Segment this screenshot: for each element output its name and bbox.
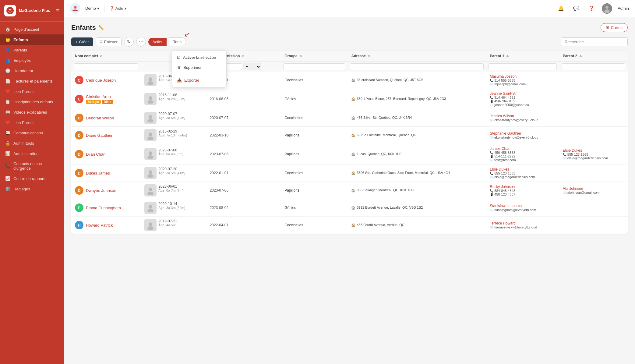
filter-admission-select[interactable]: ▾ xyxy=(243,63,261,70)
sidebar-item-administration[interactable]: 📊 Administration xyxy=(0,148,64,159)
enlever-button[interactable]: ▽ Enlever xyxy=(96,37,122,46)
search-input[interactable] xyxy=(561,37,628,46)
parent1-name[interactable]: Elsie Dukes xyxy=(490,167,556,171)
svg-point-9 xyxy=(147,100,153,104)
child-name-link[interactable]: Cedrique Joseph xyxy=(86,78,116,83)
phone-icon: 📞 xyxy=(563,153,566,156)
filter-parent2[interactable] xyxy=(562,63,625,70)
sidebar-item-communications[interactable]: 💬 Communications xyxy=(0,128,64,138)
sort-icon[interactable]: ⊕ xyxy=(579,55,582,58)
svg-point-16 xyxy=(149,170,152,174)
parent2-name[interactable]: Elsie Dukes xyxy=(563,148,624,153)
child-dob-cell: 2020-07-20 Âge: 3a 5m (41m) xyxy=(141,164,206,182)
edit-icon[interactable]: ✏️ xyxy=(98,25,104,30)
child-name-link[interactable]: Emma Cunningham xyxy=(86,206,121,210)
sidebar-item-rapports[interactable]: 📈 Centre de rapports xyxy=(0,173,64,184)
group-cell: Papillons xyxy=(281,144,347,164)
sort-icon[interactable]: ⊕ xyxy=(242,55,244,58)
sidebar-item-inscription[interactable]: 📋 Inscription des enfants xyxy=(0,97,64,107)
child-name-link[interactable]: Diane Gauthier xyxy=(86,133,112,138)
dropdown-exporter[interactable]: 📤 Exporter xyxy=(172,75,226,85)
enfants-icon: 👶 xyxy=(5,37,10,42)
notification-button[interactable]: 🔔 xyxy=(556,4,566,13)
sidebar-item-label: Administration xyxy=(13,151,38,156)
sort-icon[interactable]: ⊕ xyxy=(100,55,102,58)
dob-value: 2016-11-06 xyxy=(158,93,185,97)
sort-icon[interactable]: ⊕ xyxy=(368,55,370,58)
parent1-name[interactable]: James Chan xyxy=(490,147,556,151)
address-cell: 🏠 3991 Burdett Avenue, Lasalle, QC, V8G … xyxy=(347,199,486,217)
sort-icon[interactable]: ⊕ xyxy=(299,55,302,58)
child-name-link[interactable]: Dukes James xyxy=(86,171,110,175)
sidebar-item-contacts[interactable]: 📞 Contacts en cas d'urgence xyxy=(0,159,64,173)
actifs-button[interactable]: Actifs xyxy=(148,38,167,46)
parent1-cell: Rocky Johnson 📞884-848-4848 📱450-123-456… xyxy=(486,182,559,199)
filter-adresse[interactable] xyxy=(350,63,484,70)
sidebar-item-parents[interactable]: 👤 Parents xyxy=(0,45,64,55)
message-button[interactable]: 💬 xyxy=(571,4,581,13)
parent1-name[interactable]: Jessica Wilson xyxy=(490,114,556,118)
topbar-aide-button[interactable]: ❓ Aide ▾ xyxy=(109,6,127,11)
inscription-icon: 📋 xyxy=(5,99,10,104)
email-icon: ✉️ xyxy=(490,83,493,86)
dropdown-activer[interactable]: ☑ Activer la sélection xyxy=(172,52,226,62)
avatar-circle: D xyxy=(75,114,83,122)
admission-cell: 2023-08-04 xyxy=(206,199,281,217)
menu-icon[interactable]: ☰ xyxy=(56,9,60,13)
filter-groupe[interactable] xyxy=(283,63,345,70)
child-name-link[interactable]: Dwayne Johnson xyxy=(86,188,116,193)
child-name-link[interactable]: Christian Aron xyxy=(86,94,113,99)
create-button[interactable]: + Créer xyxy=(71,37,93,46)
email-icon: ✉️ xyxy=(490,175,493,179)
more-options-button[interactable]: ⋯ xyxy=(136,37,146,47)
group-cell: Génies xyxy=(281,199,347,217)
parent1-name[interactable]: Terréce Howard xyxy=(490,221,556,225)
dropdown-supprimer[interactable]: 🗑 Supprimer xyxy=(172,62,226,72)
parent1-name[interactable]: Jeanne Saint-Sir xyxy=(490,91,556,96)
sidebar-item-label: Centre de rapports xyxy=(13,176,46,181)
col-parent2: Parent 2 ⊕ xyxy=(559,51,628,62)
child-name-link[interactable]: Deborah Wilson xyxy=(86,116,114,120)
parent1-cell: James Chan 📞450-458-8888 📱514-111-2222 ✉… xyxy=(486,144,559,164)
sidebar-item-employes[interactable]: 👥 Employés xyxy=(0,55,64,65)
parent1-name[interactable]: Stéphanie Gauthier xyxy=(490,131,556,136)
parent2-phone1: 📞555-123-1565 xyxy=(563,153,624,156)
refresh-button[interactable]: ↻ xyxy=(124,37,134,47)
child-name-link[interactable]: Howard Patrick xyxy=(86,223,113,228)
sidebar-item-factures[interactable]: 📄 Factures et paiements xyxy=(0,76,64,86)
parent1-name[interactable]: Masuma Joseph xyxy=(490,74,556,79)
parent2-name[interactable]: Ata Johnson xyxy=(563,186,624,191)
sidebar-item-accueil[interactable]: 🏠 Page d'accueil xyxy=(0,24,64,34)
sidebar-item-lien-parent[interactable]: ❤️ Lien Parent xyxy=(0,86,64,97)
child-name-link[interactable]: Dilan Chan xyxy=(86,152,105,157)
topbar-icons: 🔔 💬 ❓ Admin xyxy=(556,3,629,14)
parent1-name[interactable]: Stanislaw Lancaster xyxy=(490,204,556,208)
sidebar-item-horodateur[interactable]: 🕐 Horodateur xyxy=(0,65,64,76)
sidebar-item-videos[interactable]: 📖 Vidéos explicatives xyxy=(0,107,64,117)
parent1-name[interactable]: Rocky Johnson xyxy=(490,185,556,189)
sidebar-item-label: Réglages xyxy=(13,187,30,191)
sidebar-item-admin-tools[interactable]: 🔒 Admin tools xyxy=(0,138,64,148)
col-parent1: Parent 1 ⊕ xyxy=(486,51,559,62)
check-icon: ☑ xyxy=(177,55,181,60)
filter-nom[interactable] xyxy=(74,63,138,70)
help-button[interactable]: ❓ xyxy=(587,4,596,13)
email-icon: ✉️ xyxy=(490,136,493,139)
table-header-row: Nom complet ⊕ Date d'admission ⊕ Groupe … xyxy=(71,51,628,62)
sidebar-item-enfants[interactable]: 👶 Enfants xyxy=(0,34,64,45)
child-info: Howard Patrick xyxy=(86,223,113,228)
topbar-demo-button[interactable]: Démo ▾ xyxy=(85,6,99,11)
avatar-circle: H xyxy=(75,221,83,229)
parent1-phone2: 📱514-111-2222 xyxy=(490,154,556,158)
sort-icon[interactable]: ⊕ xyxy=(506,55,509,58)
avatar[interactable] xyxy=(602,3,612,14)
sidebar-item-lien-parent2[interactable]: ❤️ Lien Parent xyxy=(0,117,64,128)
cartes-button[interactable]: ⊞ Cartes xyxy=(601,23,628,32)
child-photo xyxy=(144,202,157,214)
tous-button[interactable]: Tous xyxy=(169,37,186,46)
dob-value: 2020-10-14 xyxy=(158,202,185,206)
child-age-info: 2020-07-20 Âge: 3a 5m (41m) xyxy=(158,167,185,175)
group-cell: Papillons xyxy=(281,182,347,199)
sidebar-item-reglages[interactable]: ⚙️ Réglages xyxy=(0,184,64,194)
filter-parent1[interactable] xyxy=(489,63,557,70)
